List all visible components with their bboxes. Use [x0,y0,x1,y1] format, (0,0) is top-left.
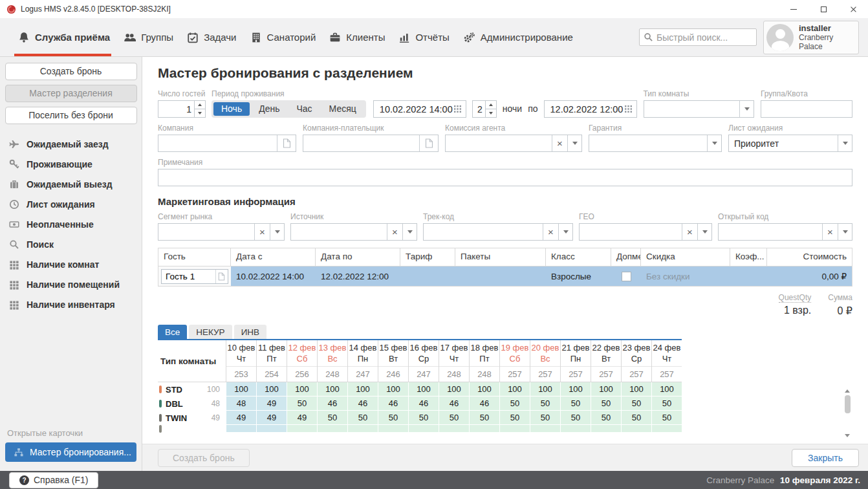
increment-button[interactable] [195,101,205,109]
extras-checkbox[interactable] [622,272,631,281]
sidebar-item-inventory-availability[interactable]: Наличие инвентаря [0,294,142,314]
source-select[interactable] [290,223,417,241]
user-card[interactable]: installer Cranberry Palace [763,21,859,54]
track-code-select[interactable] [423,223,573,241]
clear-icon[interactable] [543,224,558,240]
scroll-down-icon[interactable] [845,434,850,437]
sidebar-item-expected-departures[interactable]: Ожидаемый выезд [0,174,142,194]
maximize-button[interactable] [808,0,838,18]
scroll-up-icon[interactable] [845,389,850,393]
availability-cell: 100 [317,382,347,397]
notes-field[interactable] [158,169,852,186]
nav-item-sanatorium[interactable]: Санаторий [250,18,316,56]
nav-item-administration[interactable]: Администрирование [463,18,573,56]
payer-lookup-button[interactable] [419,135,438,151]
guest-qty-label[interactable]: QuestQty [779,293,812,303]
period-option-month[interactable]: Месяц [321,102,364,116]
availability-row[interactable]: STD1001001001001001001001001001001001001… [158,382,682,397]
chevron-down-icon[interactable] [838,224,852,240]
notes-input[interactable] [158,169,852,186]
tab-inventory[interactable]: ИНВ [234,325,266,339]
chevron-down-icon[interactable] [739,101,754,117]
nights-count-stepper[interactable]: 2 [472,100,497,118]
sidebar-item-room-availability[interactable]: Наличие комнат [0,254,142,274]
sidebar-item-space-availability[interactable]: Наличие помещений [0,274,142,294]
company-input[interactable] [158,135,277,151]
chevron-down-icon[interactable] [697,224,711,240]
agent-commission-input[interactable] [446,135,552,151]
create-booking-sidebar-button[interactable]: Создать бронь [5,63,137,80]
group-quota-field[interactable] [761,100,852,118]
sidebar-item-waiting-list[interactable]: Лист ожидания [0,194,142,214]
help-button[interactable]: Справка (F1) [9,472,98,488]
nav-item-front-desk[interactable]: Служба приёма [18,18,110,56]
group-quota-input[interactable] [761,101,852,117]
bell-icon [18,32,30,43]
payer-company-input[interactable] [303,135,419,151]
close-wizard-button[interactable]: Закрыть [792,449,859,467]
period-option-hour[interactable]: Час [288,102,320,116]
source-input[interactable] [291,224,387,240]
market-segment-input[interactable] [158,224,254,240]
geo-select[interactable] [579,223,712,241]
chevron-down-icon[interactable] [707,135,721,151]
chevron-down-icon[interactable] [558,224,572,240]
market-segment-select[interactable] [158,223,285,241]
chevron-down-icon[interactable] [567,135,581,151]
room-type-select[interactable] [644,100,754,118]
guest-table-row[interactable]: 10.02.2022 14:00 12.02.2022 12:00 Взросл… [158,266,852,286]
waiting-list-select[interactable] [728,135,852,152]
decrement-button[interactable] [486,109,496,117]
sidebar-item-search[interactable]: Поиск [0,234,142,254]
vertical-scrollbar[interactable] [843,388,851,439]
chevron-down-icon[interactable] [838,135,852,151]
date-to-field[interactable]: 12.02.2022 12:00 [544,100,637,118]
minimize-button[interactable] [779,0,808,18]
open-code-input[interactable] [719,224,822,240]
geo-input[interactable] [580,224,682,240]
agent-commission-select[interactable] [445,135,582,152]
nav-item-reports[interactable]: Отчёты [398,18,449,56]
tab-all[interactable]: Все [158,325,187,339]
decrement-button[interactable] [195,109,205,117]
chevron-down-icon[interactable] [402,224,417,240]
clear-icon[interactable] [552,135,567,151]
tab-nonsmoking[interactable]: НЕКУР [189,325,232,339]
close-button[interactable] [838,0,868,18]
increment-button[interactable] [486,101,496,109]
track-code-input[interactable] [424,224,543,240]
clear-icon[interactable] [387,224,402,240]
create-booking-button[interactable]: Создать бронь [158,449,250,467]
open-code-select[interactable] [718,223,852,241]
checkin-without-booking-button[interactable]: Поселить без брони [5,107,137,124]
period-option-day[interactable]: День [251,102,287,116]
guest-card-button[interactable] [215,270,228,283]
availability-row[interactable]: TWIN49494949505050505050505050505050 [158,411,682,425]
period-option-night[interactable]: Ночь [213,102,250,116]
availability-row[interactable]: DBL48484950464646464646505050505050 [158,397,682,411]
split-wizard-sidebar-button[interactable]: Мастер разделения [5,85,137,102]
clear-icon[interactable] [682,224,697,240]
nav-item-clients[interactable]: Клиенты [329,18,385,56]
quick-search-input[interactable] [639,28,757,46]
company-lookup-button[interactable] [277,135,296,151]
room-type-input[interactable] [644,101,739,117]
scrollbar-thumb[interactable] [845,395,851,413]
clear-icon[interactable] [254,224,270,240]
sidebar-item-in-house[interactable]: Проживающие [0,154,142,174]
guest-name-input[interactable] [162,270,215,283]
nav-item-groups[interactable]: Группы [124,18,173,56]
sidebar-item-unpaid[interactable]: Неоплаченные [0,214,142,234]
company-field[interactable] [158,135,296,152]
sidebar-item-expected-arrivals[interactable]: Ожидаемый заезд [0,134,142,154]
date-from-field[interactable]: 10.02.2022 14:00 [373,100,466,118]
guarantee-select[interactable] [589,135,722,152]
waiting-list-input[interactable] [729,135,838,151]
guarantee-input[interactable] [589,135,707,151]
payer-company-field[interactable] [303,135,439,152]
clear-icon[interactable] [822,224,838,240]
chevron-down-icon[interactable] [270,224,284,240]
open-card-booking-wizard-button[interactable]: Мастер бронирования... [5,442,136,462]
guests-count-stepper[interactable]: 1 [158,100,206,118]
nav-item-tasks[interactable]: Задачи [187,18,236,56]
